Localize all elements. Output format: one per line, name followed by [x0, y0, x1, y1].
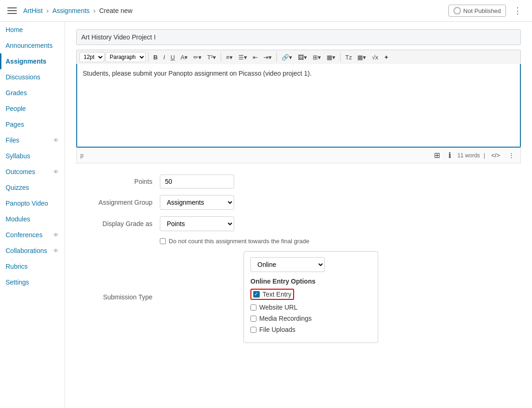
editor-content-area[interactable]: Students, please submit your Panopto ass… — [76, 64, 521, 148]
points-row: Points — [76, 175, 521, 188]
sidebar-item-announcements[interactable]: Announcements — [0, 38, 65, 53]
toolbar-sep-1 — [148, 52, 149, 62]
code-view-sep: | — [484, 152, 485, 159]
sidebar-item-settings[interactable]: Settings — [0, 274, 65, 290]
eye-icon-collaborations: 👁 — [53, 247, 59, 254]
text-entry-label: Text Entry — [263, 291, 291, 298]
top-bar: ArtHist › Assignments › Create new Not P… — [0, 0, 532, 22]
sidebar-item-outcomes[interactable]: Outcomes 👁 — [0, 164, 65, 180]
clear-format-button[interactable]: Tz — [343, 52, 354, 62]
points-label: Points — [76, 178, 160, 185]
main-layout: Home Announcements Assignments Discussio… — [0, 22, 532, 408]
paragraph-style-select[interactable]: ParagraphHeading 1Heading 2 — [105, 52, 146, 62]
breadcrumb-section[interactable]: Assignments — [53, 7, 90, 14]
final-grade-label: Do not count this assignment towards the… — [169, 238, 309, 245]
sidebar-item-discussions[interactable]: Discussions — [0, 69, 65, 85]
paragraph-tag: p — [80, 152, 84, 159]
sidebar-item-home[interactable]: Home — [0, 22, 65, 38]
final-grade-row: Do not count this assignment towards the… — [160, 238, 521, 245]
breadcrumb-course[interactable]: ArtHist — [23, 7, 43, 14]
table-button[interactable]: ▦▾ — [324, 52, 338, 62]
submission-type-row: Submission Type Online No Submission On … — [76, 251, 521, 343]
toolbar-sep-2 — [221, 52, 221, 62]
toolbar-sep-3 — [276, 52, 277, 62]
accessibility-button[interactable]: ⊞ — [432, 149, 442, 161]
more-editor-options[interactable]: ⋮ — [506, 150, 517, 160]
font-size-select[interactable]: 12pt10pt14pt18pt — [79, 52, 105, 62]
info-button[interactable]: ℹ — [446, 149, 453, 161]
word-count: 11 words — [457, 152, 480, 159]
underline-button[interactable]: U — [168, 52, 177, 62]
align-button[interactable]: ≡▾ — [223, 52, 235, 62]
display-grade-select[interactable]: Points Percentage Letter Grade GPA Scale… — [160, 216, 234, 231]
submission-type-select[interactable]: Online No Submission On Paper External T… — [250, 257, 325, 272]
sidebar-item-assignments[interactable]: Assignments — [0, 53, 65, 69]
indent-button[interactable]: ⇥▾ — [261, 52, 274, 62]
code-view-button[interactable]: </> — [489, 150, 502, 160]
breadcrumb-sep-2: › — [93, 7, 96, 14]
breadcrumb-page: Create new — [99, 7, 133, 14]
sidebar-item-pages[interactable]: Pages — [0, 117, 65, 132]
editor-status-right: ⊞ ℹ 11 words | </> ⋮ — [432, 149, 517, 161]
website-url-option: Website URL — [250, 304, 371, 311]
sidebar-item-modules[interactable]: Modules — [0, 211, 65, 227]
submission-box: Online No Submission On Paper External T… — [243, 251, 378, 343]
image-button[interactable]: 🖼▾ — [296, 52, 309, 62]
outdent-button[interactable]: ⇤ — [250, 52, 260, 62]
sidebar-item-rubrics[interactable]: Rubrics — [0, 259, 65, 274]
editor-toolbar: 12pt10pt14pt18pt ParagraphHeading 1Headi… — [76, 50, 521, 64]
text-entry-checkbox[interactable] — [253, 291, 260, 298]
hamburger-menu[interactable] — [7, 7, 17, 14]
special-chars-button[interactable]: ✦ — [381, 52, 391, 62]
italic-button[interactable]: I — [161, 52, 167, 62]
file-uploads-option: File Uploads — [250, 326, 371, 333]
font-color-button[interactable]: A▾ — [178, 52, 190, 62]
file-uploads-checkbox[interactable] — [250, 327, 256, 333]
bold-button[interactable]: B — [151, 52, 160, 62]
sidebar: Home Announcements Assignments Discussio… — [0, 22, 65, 408]
sidebar-item-syllabus[interactable]: Syllabus — [0, 148, 65, 164]
sidebar-item-panopto[interactable]: Panopto Video — [0, 195, 65, 211]
text-entry-highlight-box: Text Entry — [250, 289, 294, 300]
highlight-button[interactable]: ✏▾ — [191, 52, 204, 62]
more-options-button[interactable]: ⋮ — [511, 4, 525, 18]
toolbar-sep-4 — [340, 52, 341, 62]
superscript-button[interactable]: T²▾ — [205, 52, 218, 62]
assignment-title-input[interactable] — [76, 29, 521, 45]
media-recordings-option: Media Recordings — [250, 315, 371, 322]
points-input[interactable] — [160, 175, 234, 188]
main-content: 12pt10pt14pt18pt ParagraphHeading 1Headi… — [65, 22, 532, 408]
assignment-group-label: Assignment Group — [76, 199, 160, 206]
top-bar-actions: Not Published ⋮ — [448, 4, 525, 18]
editor-text: Students, please submit your Panopto ass… — [83, 70, 312, 77]
link-button[interactable]: 🔗▾ — [279, 52, 295, 62]
final-grade-checkbox[interactable] — [160, 238, 166, 244]
form-section: Points Assignment Group Assignments Disp… — [76, 175, 521, 343]
assignment-group-row: Assignment Group Assignments — [76, 195, 521, 210]
sidebar-item-people[interactable]: People — [0, 101, 65, 117]
sidebar-item-collaborations[interactable]: Collaborations 👁 — [0, 243, 65, 259]
sidebar-item-conferences[interactable]: Conferences 👁 — [0, 227, 65, 243]
list-button[interactable]: ☰▾ — [236, 52, 250, 62]
website-url-label: Website URL — [259, 304, 297, 311]
not-published-icon — [453, 7, 461, 14]
sidebar-item-quizzes[interactable]: Quizzes — [0, 180, 65, 195]
breadcrumb: ArtHist › Assignments › Create new — [7, 7, 132, 14]
media-recordings-checkbox[interactable] — [250, 316, 256, 322]
assignment-group-select[interactable]: Assignments — [160, 195, 234, 210]
embed-button[interactable]: ⊞▾ — [310, 52, 323, 62]
eye-icon-files: 👁 — [53, 137, 59, 144]
file-uploads-label: File Uploads — [259, 326, 296, 333]
sidebar-item-grades[interactable]: Grades — [0, 85, 65, 101]
publish-status-button[interactable]: Not Published — [448, 5, 506, 17]
grid-button[interactable]: ▦▾ — [355, 52, 368, 62]
display-grade-row: Display Grade as Points Percentage Lette… — [76, 216, 521, 231]
publish-status-label: Not Published — [463, 7, 501, 14]
math-button[interactable]: √x — [369, 52, 381, 62]
website-url-checkbox[interactable] — [250, 304, 256, 311]
breadcrumb-sep-1: › — [46, 7, 49, 14]
eye-icon-conferences: 👁 — [53, 232, 59, 239]
sidebar-item-files[interactable]: Files 👁 — [0, 132, 65, 148]
media-recordings-label: Media Recordings — [259, 315, 312, 322]
eye-icon-outcomes: 👁 — [53, 168, 59, 175]
